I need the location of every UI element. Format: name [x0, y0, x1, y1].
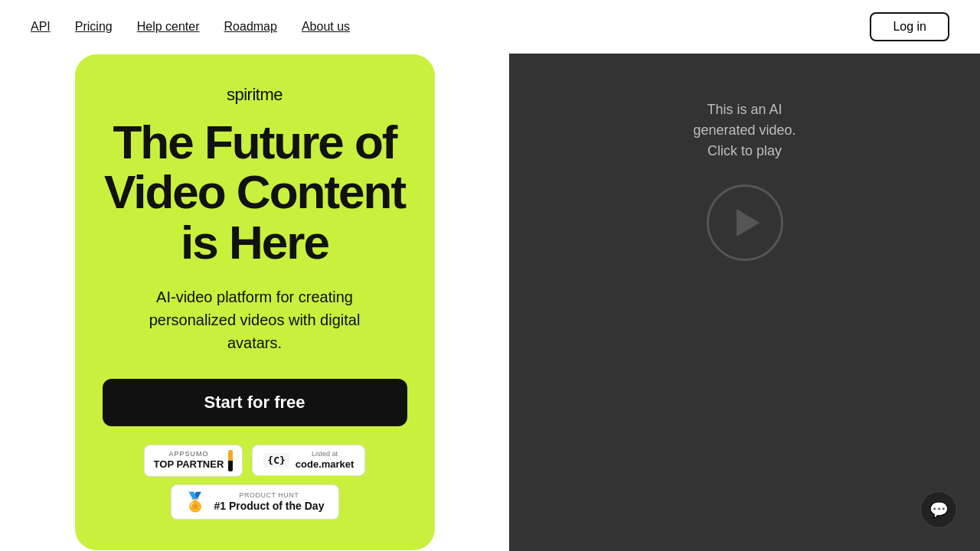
- ph-label: PRODUCT HUNT: [214, 491, 325, 500]
- nav-pricing[interactable]: Pricing: [75, 20, 113, 34]
- hero-card: spiritme The Future of Video Content is …: [75, 54, 435, 549]
- nav-help-center[interactable]: Help center: [137, 20, 200, 34]
- code-market-text: Listed at code.market: [296, 450, 354, 470]
- appsumo-label: APPSUMO TOP PARTNER: [154, 450, 224, 470]
- chat-icon: 💬: [929, 500, 949, 519]
- badge-producthunt: 🏅 PRODUCT HUNT #1 Product of the Day: [171, 484, 339, 520]
- hero-subtitle: AI-video platform for creating personali…: [125, 285, 385, 354]
- video-label: This is an AI generated video. Click to …: [693, 99, 795, 161]
- main-nav: API Pricing Help center Roadmap About us: [31, 20, 350, 34]
- badge-appsumo: APPSUMO TOP PARTNER: [144, 445, 243, 477]
- badge-code-market: {C} Listed at code.market: [252, 445, 365, 475]
- header-right: Log in: [870, 12, 949, 41]
- ph-medal-icon: 🏅: [184, 491, 207, 513]
- listed-at-label: Listed at: [296, 450, 354, 458]
- chat-bubble-button[interactable]: 💬: [920, 491, 957, 528]
- ph-title: #1 Product of the Day: [214, 500, 325, 513]
- badges-container: APPSUMO TOP PARTNER {C} Listed at code.m…: [103, 445, 407, 520]
- appsumo-bar: [228, 450, 233, 471]
- hero-title: The Future of Video Content is Here: [104, 117, 405, 266]
- badges-row1: APPSUMO TOP PARTNER {C} Listed at code.m…: [144, 445, 366, 477]
- header: API Pricing Help center Roadmap About us…: [0, 0, 980, 54]
- nav-roadmap[interactable]: Roadmap: [224, 20, 277, 34]
- market-name: code.market: [296, 458, 354, 471]
- right-panel: This is an AI generated video. Click to …: [509, 54, 980, 551]
- login-button[interactable]: Log in: [870, 12, 949, 41]
- appsumo-partner-text: TOP PARTNER: [154, 458, 224, 471]
- brand-name: spiritme: [227, 85, 283, 105]
- nav-api[interactable]: API: [31, 20, 51, 34]
- main-layout: spiritme The Future of Video Content is …: [0, 54, 980, 551]
- appsumo-top-text: APPSUMO: [154, 450, 224, 458]
- code-market-icon: {C}: [263, 453, 289, 468]
- nav-about-us[interactable]: About us: [302, 20, 350, 34]
- cta-button[interactable]: Start for free: [103, 379, 407, 426]
- play-button[interactable]: [707, 184, 783, 261]
- left-panel: spiritme The Future of Video Content is …: [0, 54, 509, 551]
- ph-text: PRODUCT HUNT #1 Product of the Day: [214, 491, 325, 513]
